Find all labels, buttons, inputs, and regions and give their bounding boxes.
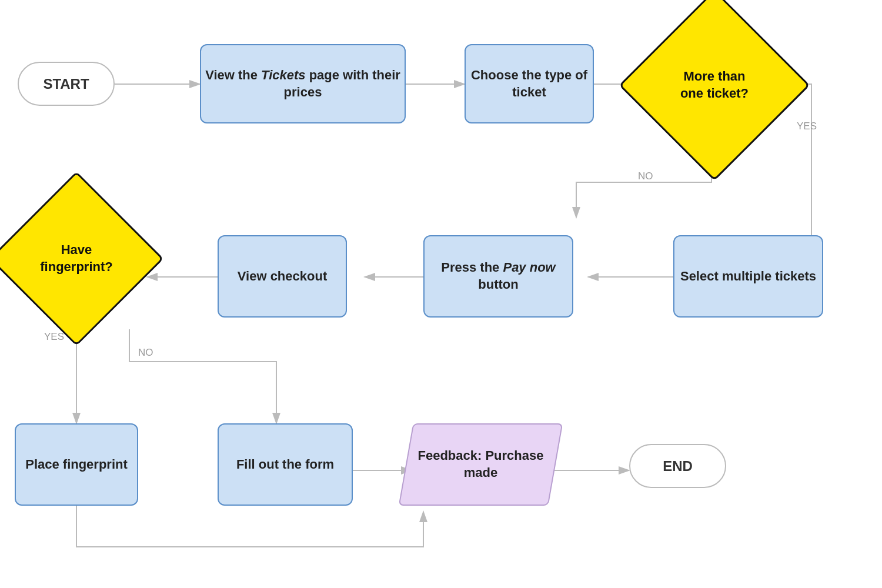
view-tickets-node: View the Tickets page with their prices	[200, 44, 406, 123]
more-than-one-label: More thanone ticket?	[649, 19, 780, 151]
press-pay-node: Press the Pay now button	[423, 235, 573, 318]
end-node: END	[629, 444, 726, 488]
start-node: START	[18, 62, 115, 106]
feedback-node: Feedback: Purchase made	[399, 423, 563, 506]
select-multiple-node: Select multiple tickets	[673, 235, 823, 318]
more-than-one-node: More thanone ticket?	[619, 0, 810, 181]
place-fingerprint-node: Place fingerprint	[15, 423, 138, 506]
flowchart: START View the Tickets page with their p…	[0, 0, 882, 588]
yes1-label: YES	[797, 121, 817, 132]
yes2-label: YES	[44, 331, 64, 343]
no2-label: NO	[138, 347, 153, 359]
fill-form-node: Fill out the form	[218, 423, 353, 506]
have-fingerprint-label: Havefingerprint?	[16, 199, 136, 319]
view-tickets-label: View the Tickets page with their prices	[201, 67, 405, 101]
view-checkout-node: View checkout	[218, 235, 347, 318]
have-fingerprint-node: Havefingerprint?	[0, 172, 163, 346]
press-pay-label: Press the Pay now button	[425, 259, 572, 293]
feedback-label: Feedback: Purchase made	[407, 425, 554, 505]
no1-label: NO	[638, 171, 653, 182]
choose-ticket-node: Choose the type of ticket	[465, 44, 594, 123]
